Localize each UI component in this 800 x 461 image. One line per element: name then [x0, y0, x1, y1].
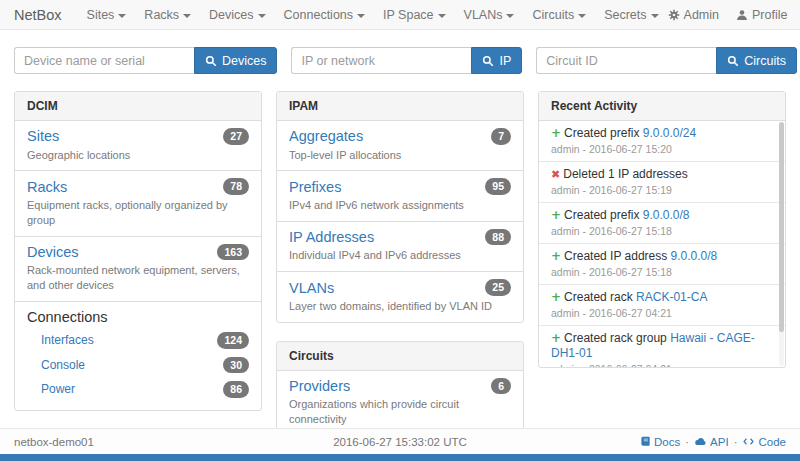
chevron-down-icon: [258, 14, 266, 18]
item-description: Organizations which provide circuit conn…: [289, 397, 511, 427]
list-item: Racks 78 Equipment racks, optionally org…: [15, 170, 261, 235]
top-navbar: NetBox Sites Racks Devices Connections I…: [0, 0, 800, 30]
circuit-search-input[interactable]: [536, 47, 716, 74]
racks-link[interactable]: Racks: [27, 179, 67, 195]
activity-item: +Created rack RACK-01-CA admin - 2016-06…: [539, 284, 785, 325]
plus-icon: +: [551, 290, 561, 304]
activity-item: +Created prefix 9.0.0.0/24 admin - 2016-…: [539, 121, 785, 161]
activity-object-link[interactable]: 9.0.0.0/24: [643, 126, 696, 140]
api-link[interactable]: API: [694, 436, 729, 448]
device-search-group: Devices: [14, 47, 277, 74]
ip-search-group: IP: [291, 47, 522, 74]
activity-meta: admin - 2016-06-27 04:21: [551, 363, 767, 367]
nav-secrets[interactable]: Secrets: [595, 0, 667, 30]
device-search-input[interactable]: [14, 47, 194, 74]
search-icon: [205, 55, 217, 67]
column-dcim: DCIM Sites 27 Geographic locations Racks…: [14, 91, 262, 461]
gear-icon: [668, 9, 680, 21]
item-description: Top-level IP allocations: [289, 148, 511, 163]
devices-link[interactable]: Devices: [27, 244, 79, 260]
delete-icon: ✖: [551, 168, 560, 181]
sites-link[interactable]: Sites: [27, 128, 59, 144]
hostname: netbox-demo01: [14, 436, 271, 448]
list-item: Aggregates 7 Top-level IP allocations: [277, 121, 523, 170]
count-badge: 95: [485, 178, 511, 195]
count-badge: 88: [485, 229, 511, 246]
chevron-down-icon: [357, 14, 365, 18]
circuit-search-button[interactable]: Circuits: [716, 47, 797, 74]
navbar-utilities: Admin Profile Log out: [668, 1, 800, 29]
nav-vlans[interactable]: VLANs: [455, 0, 524, 30]
aggregates-link[interactable]: Aggregates: [289, 128, 363, 144]
separator: ·: [734, 436, 738, 448]
search-icon: [727, 55, 739, 67]
column-activity: Recent Activity +Created prefix 9.0.0.0/…: [538, 91, 786, 461]
button-label: Devices: [222, 54, 266, 68]
nav-sites[interactable]: Sites: [78, 0, 136, 30]
ip-addresses-link[interactable]: IP Addresses: [289, 229, 374, 245]
vlans-link[interactable]: VLANs: [289, 280, 334, 296]
activity-object-link[interactable]: 9.0.0.0/8: [643, 208, 690, 222]
nav-racks[interactable]: Racks: [135, 0, 200, 30]
button-label: IP: [499, 54, 511, 68]
activity-object-link[interactable]: RACK-01-CA: [636, 290, 707, 304]
footer-links: Docs · API · Code: [529, 436, 786, 448]
nav-label: IP Space: [383, 8, 434, 22]
nav-label: VLANs: [464, 8, 503, 22]
count-badge: 25: [485, 279, 511, 296]
count-badge: 6: [491, 378, 511, 395]
ip-search-button[interactable]: IP: [471, 47, 522, 74]
nav-circuits[interactable]: Circuits: [523, 0, 595, 30]
separator: ·: [685, 436, 689, 448]
list-item: VLANs 25 Layer two domains, identified b…: [277, 271, 523, 321]
nav-devices[interactable]: Devices: [200, 0, 274, 30]
activity-meta: admin - 2016-06-27 04:21: [551, 307, 767, 319]
nav-ip-space[interactable]: IP Space: [374, 0, 455, 30]
device-search-button[interactable]: Devices: [194, 47, 277, 74]
activity-meta: admin - 2016-06-27 15:18: [551, 225, 767, 237]
activity-list: +Created prefix 9.0.0.0/24 admin - 2016-…: [539, 121, 785, 367]
scrollbar-thumb[interactable]: [779, 122, 784, 332]
list-item: Console 30: [27, 353, 249, 378]
ipam-panel: IPAM Aggregates 7 Top-level IP allocatio…: [276, 91, 524, 323]
activity-object-link[interactable]: 9.0.0.0/8: [671, 249, 718, 263]
admin-link[interactable]: Admin: [668, 8, 719, 22]
activity-scrollbar[interactable]: [779, 122, 784, 366]
nav-connections[interactable]: Connections: [275, 0, 375, 30]
count-badge: 27: [223, 128, 249, 145]
book-icon: [640, 436, 651, 447]
cloud-icon: [694, 436, 707, 447]
bottom-accent-bar: [0, 454, 800, 461]
panel-title: IPAM: [277, 92, 523, 121]
providers-link[interactable]: Providers: [289, 378, 350, 394]
user-icon: [736, 9, 748, 21]
list-item: Power 86: [27, 377, 249, 402]
count-badge: 78: [223, 178, 249, 195]
nav-label: Racks: [144, 8, 179, 22]
activity-meta: admin - 2016-06-27 15:20: [551, 143, 767, 155]
item-description: Geographic locations: [27, 148, 249, 163]
code-link[interactable]: Code: [742, 436, 786, 448]
prefixes-link[interactable]: Prefixes: [289, 179, 341, 195]
profile-link[interactable]: Profile: [736, 8, 787, 22]
power-link[interactable]: Power: [41, 382, 75, 396]
activity-action: Created rack group: [564, 331, 667, 345]
chevron-down-icon: [506, 14, 514, 18]
list-item: Providers 6 Organizations which provide …: [277, 371, 523, 435]
activity-item: +Created prefix 9.0.0.0/8 admin - 2016-0…: [539, 202, 785, 243]
search-row: Devices IP Circuits: [14, 47, 786, 74]
chevron-down-icon: [118, 14, 126, 18]
netbox-brand[interactable]: NetBox: [14, 7, 62, 23]
docs-link[interactable]: Docs: [640, 436, 680, 448]
connections-group: Connections Interfaces 124 Console 30 Po…: [15, 301, 261, 410]
activity-meta: admin - 2016-06-27 15:18: [551, 266, 767, 278]
chevron-down-icon: [438, 14, 446, 18]
console-link[interactable]: Console: [41, 358, 85, 372]
activity-item: +Created IP address 9.0.0.0/8 admin - 20…: [539, 243, 785, 284]
ip-search-input[interactable]: [291, 47, 471, 74]
button-label: Circuits: [744, 54, 786, 68]
item-description: Equipment racks, optionally organized by…: [27, 198, 249, 228]
plus-icon: +: [551, 249, 561, 263]
activity-item: +Created rack group Hawaii - CAGE-DH1-01…: [539, 325, 785, 367]
interfaces-link[interactable]: Interfaces: [41, 333, 94, 347]
